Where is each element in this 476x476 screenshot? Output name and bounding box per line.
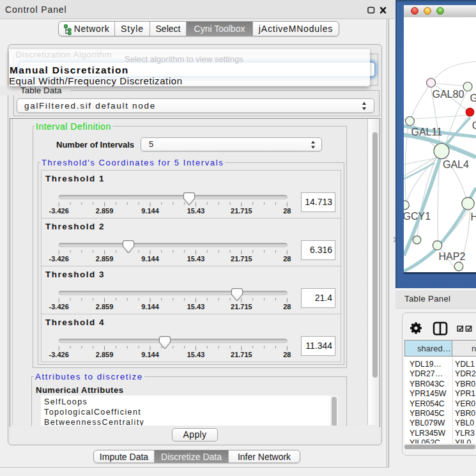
svg-text:2.859: 2.859	[96, 351, 114, 358]
svg-text:15.43: 15.43	[187, 351, 205, 358]
svg-text:-3.426: -3.426	[49, 255, 69, 263]
svg-text:2.859: 2.859	[96, 207, 114, 215]
svg-text:28: 28	[283, 255, 291, 263]
svg-text:C: C	[472, 120, 476, 131]
svg-text:-3.426: -3.426	[49, 351, 69, 358]
svg-text:28: 28	[283, 207, 291, 215]
svg-text:2.859: 2.859	[96, 255, 114, 263]
svg-text:9.144: 9.144	[141, 351, 159, 358]
svg-text:9.144: 9.144	[141, 207, 159, 215]
svg-text:H: H	[471, 211, 476, 222]
svg-text:GAL80: GAL80	[433, 89, 464, 100]
svg-text:GAL4: GAL4	[443, 159, 469, 170]
svg-text:21.715: 21.715	[231, 303, 252, 311]
svg-text:15.43: 15.43	[187, 207, 205, 215]
svg-text:2.859: 2.859	[96, 303, 114, 311]
svg-text:15.43: 15.43	[187, 303, 205, 311]
svg-text:GA: GA	[470, 93, 476, 104]
svg-text:21.715: 21.715	[231, 351, 252, 358]
svg-text:21.715: 21.715	[231, 255, 252, 263]
svg-text:9.144: 9.144	[141, 303, 159, 311]
svg-text:GAL11: GAL11	[411, 127, 443, 137]
svg-text:HAP2: HAP2	[439, 251, 466, 262]
svg-text:GCY1: GCY1	[404, 211, 431, 222]
svg-text:-3.426: -3.426	[49, 303, 69, 311]
svg-text:-3.426: -3.426	[49, 207, 69, 215]
svg-text:9.144: 9.144	[141, 255, 159, 263]
svg-text:28: 28	[283, 351, 291, 358]
svg-text:15.43: 15.43	[187, 255, 205, 263]
svg-text:21.715: 21.715	[231, 207, 252, 215]
svg-text:28: 28	[283, 303, 291, 311]
